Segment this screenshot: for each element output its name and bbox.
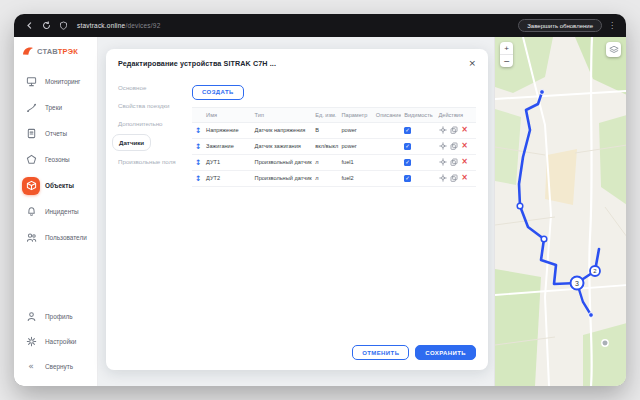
users-icon: [22, 229, 40, 247]
col-type: Тип: [252, 107, 313, 122]
address-bar[interactable]: stavtrack.online/devices/92: [77, 22, 160, 29]
waypoint-dot[interactable]: [517, 203, 523, 209]
sensor-settings-icon[interactable]: [439, 142, 447, 150]
sensor-name: ДУТ2: [203, 170, 252, 186]
sidebar-item-tracks[interactable]: Треки: [22, 97, 90, 118]
finish-update-button[interactable]: Завершить обновление: [518, 19, 602, 32]
waypoint-dot[interactable]: [541, 236, 547, 242]
visibility-checkbox[interactable]: ✓: [404, 159, 411, 166]
zoom-out-button[interactable]: −: [500, 55, 513, 67]
sensor-desc: [373, 122, 401, 138]
sidebar-item-label: Профиль: [45, 313, 73, 320]
zoom-in-button[interactable]: +: [500, 42, 513, 54]
sidebar-item-monitoring[interactable]: Мониторинг: [22, 71, 90, 92]
url-domain: stavtrack.online: [77, 22, 125, 29]
shield-icon: [58, 20, 69, 31]
map-canvas[interactable]: 2 3: [495, 37, 626, 386]
map-panel[interactable]: 2 3 + −: [494, 37, 626, 386]
content-backdrop: Редактирование устройства SITRAK C7H ...…: [98, 37, 494, 386]
sensor-unit: В: [312, 122, 338, 138]
cancel-button[interactable]: ОТМЕНИТЬ: [352, 345, 409, 360]
sensor-unit: л: [312, 170, 338, 186]
back-icon[interactable]: [24, 20, 35, 31]
sensor-param: power: [339, 122, 373, 138]
sensor-name: Зажигание: [203, 138, 252, 154]
sidebar-item-users[interactable]: Пользователи: [22, 227, 90, 248]
map-marker-3[interactable]: 3: [571, 277, 584, 290]
sidebar-item-reports[interactable]: Отчеты: [22, 123, 90, 144]
route-start-dot: [540, 90, 545, 95]
sensor-type: Произвольный датчик: [252, 154, 313, 170]
sensor-settings-icon[interactable]: [439, 158, 447, 166]
drag-handle-icon[interactable]: ↕: [195, 126, 201, 135]
sensor-settings-icon[interactable]: [439, 174, 447, 182]
monitor-icon: [22, 73, 40, 91]
sidebar-item-settings[interactable]: Настройки: [22, 331, 90, 352]
route-end-dot: [589, 313, 594, 318]
profile-icon: [22, 308, 40, 326]
delete-icon[interactable]: ×: [461, 174, 469, 182]
visibility-checkbox[interactable]: ✓: [404, 127, 411, 134]
sidebar-item-label: Настройки: [45, 338, 76, 345]
drag-handle-icon[interactable]: ↕: [195, 158, 201, 167]
brand-logo: СТАВТРЭК: [22, 45, 90, 57]
col-drag: [192, 107, 203, 122]
url-path: /devices/92: [125, 22, 160, 29]
col-param: Параметр: [339, 107, 373, 122]
sidebar-nav: Мониторинг Треки Отчеты Геозоны: [22, 71, 90, 248]
modal-tab-list: Основное Свойства поездки Дополнительно …: [118, 80, 184, 187]
browser-topbar: stavtrack.online/devices/92 Завершить об…: [14, 14, 626, 37]
sidebar-item-incidents[interactable]: Инциденты: [22, 201, 90, 222]
delete-icon[interactable]: ×: [461, 142, 469, 150]
sidebar-item-label: Отчеты: [45, 130, 67, 137]
sensor-type: Произвольный датчик: [252, 170, 313, 186]
desktop: stavtrack.online/devices/92 Завершить об…: [0, 0, 640, 400]
copy-icon[interactable]: [450, 174, 458, 182]
poi-dot[interactable]: [602, 340, 608, 346]
visibility-checkbox[interactable]: ✓: [404, 175, 411, 182]
device-edit-modal: Редактирование устройства SITRAK C7H ...…: [106, 49, 488, 370]
sidebar-item-label: Свернуть: [45, 363, 73, 370]
tab-trip-properties[interactable]: Свойства поездки: [118, 102, 184, 109]
delete-icon[interactable]: ×: [461, 158, 469, 166]
geofence-icon: [22, 151, 40, 169]
tab-additional[interactable]: Дополнительно: [118, 120, 184, 127]
collapse-icon: «: [28, 362, 34, 371]
copy-icon[interactable]: [450, 126, 458, 134]
save-button[interactable]: СОХРАНИТЬ: [415, 345, 476, 360]
sensor-settings-icon[interactable]: [439, 126, 447, 134]
layers-icon: [609, 45, 619, 55]
sidebar-item-label: Мониторинг: [45, 78, 80, 85]
drag-handle-icon[interactable]: ↕: [195, 174, 201, 183]
map-zoom-control: + −: [500, 42, 513, 67]
col-unit: Ед. изм.: [312, 107, 338, 122]
tab-main[interactable]: Основное: [118, 84, 184, 91]
drag-handle-icon[interactable]: ↕: [195, 142, 201, 151]
delete-icon[interactable]: ×: [461, 126, 469, 134]
close-icon[interactable]: ×: [468, 59, 476, 67]
sidebar-footer: Профиль Настройки « Свернуть: [22, 306, 90, 377]
visibility-checkbox[interactable]: ✓: [404, 143, 411, 150]
map-marker-2[interactable]: 2: [590, 266, 600, 276]
sidebar-item-label: Треки: [45, 104, 62, 111]
copy-icon[interactable]: [450, 158, 458, 166]
table-header-row: Имя Тип Ед. изм. Параметр Описание Видим…: [192, 107, 476, 122]
sensor-param: fuel2: [339, 170, 373, 186]
tab-sensors[interactable]: Датчики: [112, 134, 151, 151]
sidebar-item-geofences[interactable]: Геозоны: [22, 149, 90, 170]
refresh-icon[interactable]: [41, 20, 52, 31]
sidebar-item-profile[interactable]: Профиль: [22, 306, 90, 327]
gear-icon: [22, 333, 40, 351]
incident-bell-icon: [22, 203, 40, 221]
sidebar-item-objects[interactable]: Объекты: [22, 175, 90, 196]
report-icon: [22, 125, 40, 143]
sidebar-collapse-button[interactable]: « Свернуть: [22, 356, 90, 377]
sensor-name: ДУТ1: [203, 154, 252, 170]
browser-menu-icon[interactable]: ⋮: [608, 22, 616, 30]
sensor-param: power: [339, 138, 373, 154]
copy-icon[interactable]: [450, 142, 458, 150]
sidebar-item-label: Пользователи: [45, 234, 87, 241]
create-sensor-button[interactable]: СОЗДАТЬ: [192, 85, 244, 100]
tab-custom-fields[interactable]: Произвольные поля: [118, 158, 184, 165]
map-layers-button[interactable]: [606, 42, 621, 57]
